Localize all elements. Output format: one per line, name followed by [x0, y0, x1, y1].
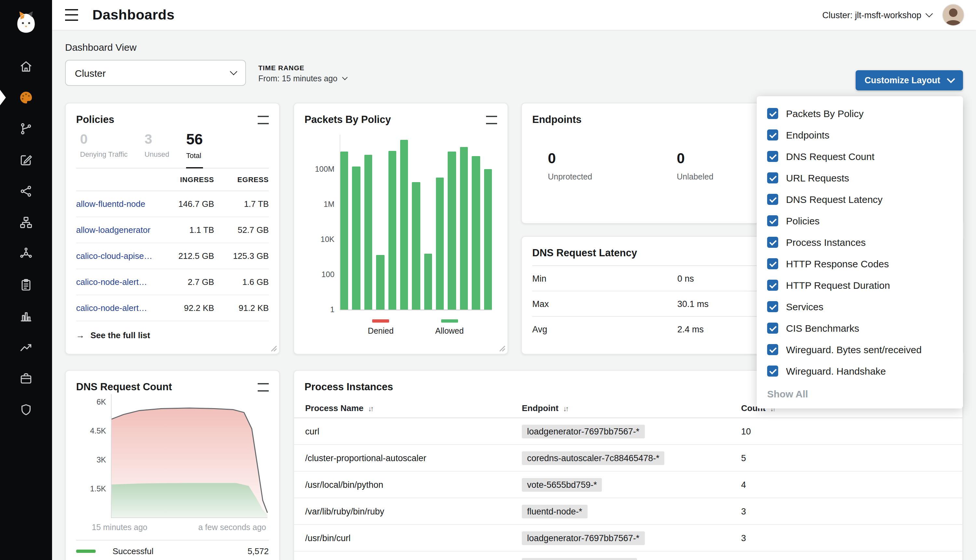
checkbox-checked-icon[interactable]: [767, 108, 778, 119]
drag-handle-icon[interactable]: [258, 383, 269, 391]
stat-denying-traffic[interactable]: 0 Denying Traffic: [80, 132, 128, 168]
briefcase-icon: [19, 372, 33, 386]
dns-area-chart: 6K4.5K3K1.5K: [76, 389, 270, 519]
see-full-list-link[interactable]: → See the full list: [76, 330, 269, 340]
layout-menu-item[interactable]: URL Requests: [757, 167, 963, 188]
dns-chart-legend: Successful5,572: [76, 546, 269, 556]
sidebar-item-policies[interactable]: [0, 144, 52, 176]
home-icon: [19, 59, 33, 73]
sidebar-item-threat-defense[interactable]: [0, 394, 52, 425]
layout-menu-item[interactable]: Process Instances: [757, 232, 963, 253]
table-row: /var/lib/ruby/bin/rubyfluentd-node-*3: [294, 498, 962, 525]
checkbox-checked-icon[interactable]: [767, 151, 778, 162]
checkbox-checked-icon[interactable]: [767, 301, 778, 312]
layout-menu-item-label: Wireguard. Handshake: [786, 365, 886, 377]
table-row: /usr/local/bin/pythonvote-5655bd759-*4: [294, 472, 962, 498]
policy-link[interactable]: allow-fluentd-node: [76, 199, 158, 209]
checkbox-checked-icon[interactable]: [767, 323, 778, 334]
card-title: DNS Request Count: [76, 381, 172, 393]
layout-menu-item[interactable]: Wireguard. Bytes sent/received: [757, 339, 963, 360]
sidebar-item-activity[interactable]: [0, 332, 52, 363]
hamburger-menu-icon[interactable]: [65, 9, 78, 21]
stat-unused[interactable]: 3 Unused: [144, 132, 169, 168]
allowed-bar: [376, 255, 384, 310]
egress-value: 52.7 GB: [214, 225, 269, 235]
layout-menu-item-label: URL Requests: [786, 172, 849, 183]
layout-menu-item[interactable]: HTTP Request Duration: [757, 275, 963, 296]
checkbox-checked-icon[interactable]: [767, 344, 778, 355]
show-all-link[interactable]: Show All: [757, 382, 963, 399]
column-header-ingress: INGRESS: [158, 176, 214, 183]
column-header-process-name[interactable]: Process Name↓↑: [305, 403, 522, 413]
stat-total[interactable]: 56 Total: [186, 132, 203, 168]
layout-menu-item[interactable]: HTTP Response Codes: [757, 253, 963, 275]
layout-menu-item[interactable]: DNS Request Latency: [757, 188, 963, 210]
dashboard-view-select[interactable]: Cluster: [65, 60, 246, 86]
allowed-bar: [388, 151, 396, 310]
layout-menu-item-label: CIS Benchmarks: [786, 323, 859, 334]
table-row: /cluster-proportional-autoscalercoredns-…: [294, 445, 962, 472]
sidebar-item-dashboards[interactable]: [0, 82, 52, 113]
layout-menu-item[interactable]: Endpoints: [757, 124, 963, 146]
cluster-selector[interactable]: Cluster: jlt-msft-workshop: [822, 10, 921, 20]
sidebar-item-reports[interactable]: [0, 300, 52, 332]
layout-menu-item[interactable]: DNS Request Count: [757, 146, 963, 167]
sidebar-item-storage[interactable]: [0, 363, 52, 394]
chevron-down-icon: [947, 75, 955, 83]
endpoint-chip: loadgenerator-7697bb7567-*: [522, 531, 644, 545]
checkbox-checked-icon[interactable]: [767, 280, 778, 291]
sidebar-item-service-graph[interactable]: [0, 113, 52, 144]
sort-icon[interactable]: ↓↑: [563, 404, 568, 412]
topbar: Dashboards Cluster: jlt-msft-workshop: [52, 0, 976, 30]
axis-tick-label: 100M: [315, 165, 334, 174]
sidebar-item-endpoints[interactable]: [0, 176, 52, 207]
checkbox-checked-icon[interactable]: [767, 258, 778, 269]
layout-menu-item[interactable]: Services: [757, 296, 963, 317]
packets-by-policy-card: Packets By Policy 100M1M10K1001 DeniedAl…: [294, 103, 508, 355]
resize-handle[interactable]: [271, 345, 277, 352]
drag-handle-icon[interactable]: [258, 115, 269, 124]
legend-item: Denied: [368, 319, 394, 336]
time-range: TIME RANGE From: 15 minutes ago: [258, 64, 347, 83]
sort-icon[interactable]: ↓↑: [368, 404, 372, 412]
layout-menu-item[interactable]: Wireguard. Handshake: [757, 360, 963, 382]
allowed-bar: [424, 253, 432, 310]
checkbox-checked-icon[interactable]: [767, 130, 778, 140]
legend-item: Allowed: [435, 319, 464, 336]
chart-legend: DeniedAllowed: [305, 319, 497, 336]
legend-swatch-icon: [76, 550, 96, 553]
axis-tick-label: 10K: [320, 235, 334, 244]
legend-item: Successful5,572: [76, 546, 269, 556]
avatar[interactable]: [942, 4, 964, 26]
dashboard-content: Dashboard View Cluster TIME RANGE From: …: [52, 30, 976, 560]
policies-table: allow-fluentd-node146.7 GB1.7 TBallow-lo…: [76, 191, 269, 321]
policy-link[interactable]: calico-node-alertmana…: [76, 277, 158, 287]
policies-card: Policies 0 Denying Traffic 3 Unused 56 T…: [65, 103, 280, 355]
axis-tick-label: 1: [330, 305, 334, 315]
policy-link[interactable]: calico-cloud-apiserver-…: [76, 251, 158, 261]
sidebar-item-home[interactable]: [0, 51, 52, 82]
checkbox-checked-icon[interactable]: [767, 194, 778, 205]
egress-value: 1.6 GB: [214, 277, 269, 287]
policies-table-header: INGRESS EGRESS: [76, 168, 269, 191]
layout-menu-item[interactable]: Policies: [757, 210, 963, 232]
column-header-endpoint[interactable]: Endpoint↓↑: [522, 403, 741, 413]
checkbox-checked-icon[interactable]: [767, 365, 778, 377]
allowed-bar: [460, 147, 468, 310]
resize-handle[interactable]: [499, 345, 506, 352]
layout-menu-item[interactable]: CIS Benchmarks: [757, 317, 963, 339]
layout-menu-item-label: DNS Request Latency: [786, 194, 883, 205]
y-axis: 100M1M10K1001: [305, 135, 334, 310]
sidebar-item-network-sets[interactable]: [0, 207, 52, 238]
drag-handle-icon[interactable]: [486, 115, 497, 124]
sidebar-item-compliance[interactable]: [0, 269, 52, 300]
time-range-value[interactable]: From: 15 minutes ago: [258, 74, 347, 83]
sidebar-item-clusters[interactable]: [0, 238, 52, 269]
policy-link[interactable]: allow-loadgenerator: [76, 225, 158, 235]
layout-menu-item[interactable]: Packets By Policy: [757, 103, 963, 124]
checkbox-checked-icon[interactable]: [767, 215, 778, 226]
customize-layout-button[interactable]: Customize Layout: [855, 70, 963, 90]
checkbox-checked-icon[interactable]: [767, 172, 778, 183]
policy-link[interactable]: calico-node-alertmana…: [76, 303, 158, 313]
checkbox-checked-icon[interactable]: [767, 237, 778, 248]
